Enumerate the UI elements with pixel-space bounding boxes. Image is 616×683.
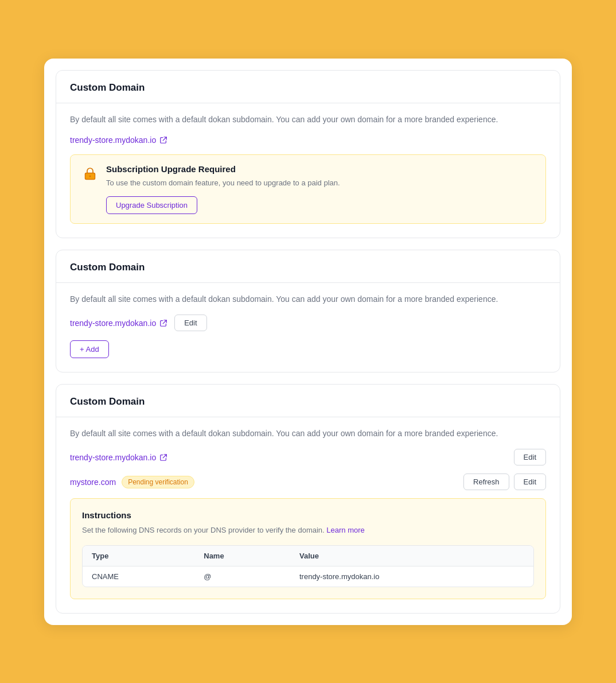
card2-domain-link[interactable]: trendy-store.mydokan.io bbox=[70, 319, 167, 328]
instructions-title: Instructions bbox=[82, 510, 534, 520]
pending-verification-badge: Pending verification bbox=[122, 476, 194, 488]
card-edit-add: Custom Domain By default all site comes … bbox=[56, 250, 560, 372]
dns-col-name: Name bbox=[194, 546, 290, 566]
card3-default-edit-button[interactable]: Edit bbox=[514, 449, 546, 465]
dns-type-cell: CNAME bbox=[83, 566, 194, 587]
card1-header: Custom Domain bbox=[56, 71, 560, 103]
card1-body: By default all site comes with a default… bbox=[56, 103, 560, 238]
upgrade-content: Subscription Upgrade Required To use the… bbox=[106, 164, 534, 215]
external-link-icon-3 bbox=[159, 453, 167, 461]
card3-custom-edit-button[interactable]: Edit bbox=[514, 474, 546, 490]
card2-edit-button[interactable]: Edit bbox=[174, 315, 206, 331]
instructions-box: Instructions Set the following DNS recor… bbox=[70, 498, 546, 599]
card2-domain-row: trendy-store.mydokan.io Edit bbox=[70, 315, 546, 331]
learn-more-link[interactable]: Learn more bbox=[326, 526, 364, 534]
upgrade-desc: To use the custom domain feature, you ne… bbox=[106, 177, 534, 189]
external-link-icon-2 bbox=[159, 319, 167, 327]
domain-with-status: mystore.com Pending verification bbox=[70, 476, 194, 488]
dns-value-cell: trendy-store.mydokan.io bbox=[290, 566, 533, 587]
card3-header: Custom Domain bbox=[56, 385, 560, 417]
card-upgrade: Custom Domain By default all site comes … bbox=[56, 70, 560, 239]
card3-default-domain-row: trendy-store.mydokan.io Edit bbox=[70, 449, 546, 465]
svg-point-2 bbox=[89, 175, 91, 177]
dns-col-type: Type bbox=[83, 546, 194, 566]
card3-description: By default all site comes with a default… bbox=[70, 428, 546, 440]
card2-header: Custom Domain bbox=[56, 250, 560, 283]
dns-name-cell: @ bbox=[194, 566, 290, 587]
refresh-button[interactable]: Refresh bbox=[463, 474, 509, 490]
card-pending: Custom Domain By default all site comes … bbox=[56, 384, 560, 614]
card1-domain-link[interactable]: trendy-store.mydokan.io bbox=[70, 135, 167, 145]
card2-body: By default all site comes with a default… bbox=[56, 283, 560, 372]
dns-table-row: CNAME @ trendy-store.mydokan.io bbox=[83, 566, 533, 587]
dns-col-value: Value bbox=[290, 546, 533, 566]
upgrade-subscription-button[interactable]: Upgrade Subscription bbox=[106, 196, 197, 214]
card1-description: By default all site comes with a default… bbox=[70, 114, 546, 126]
upgrade-banner: Subscription Upgrade Required To use the… bbox=[70, 154, 546, 224]
lock-icon bbox=[82, 165, 98, 181]
upgrade-title: Subscription Upgrade Required bbox=[106, 164, 534, 174]
card3-custom-domain-row: mystore.com Pending verification Refresh… bbox=[70, 474, 546, 490]
card3-domain-link[interactable]: trendy-store.mydokan.io bbox=[70, 453, 167, 462]
domain-actions: Refresh Edit bbox=[463, 474, 546, 490]
card3-title: Custom Domain bbox=[70, 396, 145, 407]
card1-title: Custom Domain bbox=[70, 82, 145, 93]
card3-body: By default all site comes with a default… bbox=[56, 417, 560, 613]
card2-add-button[interactable]: + Add bbox=[70, 340, 109, 358]
mystore-domain-link[interactable]: mystore.com bbox=[70, 478, 116, 487]
card2-description: By default all site comes with a default… bbox=[70, 293, 546, 305]
dns-table: Type Name Value CNAME @ trendy-store.myd… bbox=[82, 545, 534, 587]
instructions-desc: Set the following DNS records on your DN… bbox=[82, 525, 534, 536]
main-container: Custom Domain By default all site comes … bbox=[44, 59, 572, 625]
card2-title: Custom Domain bbox=[70, 262, 145, 273]
external-link-icon bbox=[159, 136, 167, 144]
